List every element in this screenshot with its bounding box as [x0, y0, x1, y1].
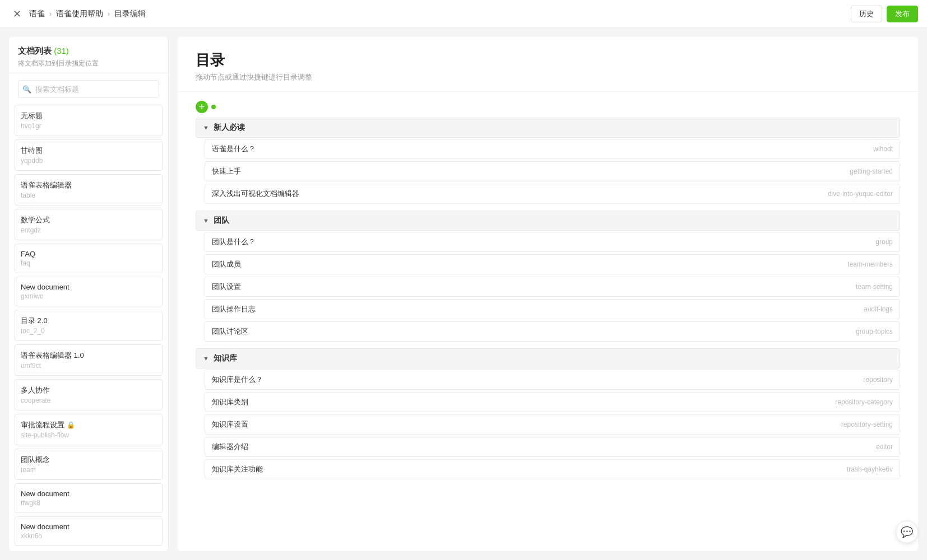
doc-item[interactable]: 多人协作cooperate — [15, 379, 163, 410]
doc-item-title: New document — [21, 522, 156, 531]
breadcrumb-sep-1: › — [49, 10, 52, 18]
breadcrumb-help[interactable]: 语雀使用帮助 — [56, 9, 103, 19]
close-icon: ✕ — [13, 8, 21, 20]
breadcrumb-yuque[interactable]: 语雀 — [29, 9, 45, 19]
chevron-down-icon: ▼ — [203, 217, 209, 224]
doc-item-title: 团队概念 — [21, 455, 156, 465]
toc-group-title: 团队 — [214, 216, 229, 226]
toc-item[interactable]: 知识库类别repository-category — [205, 392, 900, 412]
toc-title: 目录 — [196, 50, 900, 70]
main-layout: 文档列表 (31) 将文档添加到目录指定位置 🔍 无标题hvo1gr甘特图yqp… — [0, 28, 927, 560]
doc-item-slug: xkkn6o — [21, 532, 156, 540]
toc-item-slug: group — [875, 238, 893, 246]
search-icon: 🔍 — [22, 85, 31, 94]
right-panel: 目录 拖动节点或通过快捷键进行目录调整 + ▼新人必读语雀是什么？wihodt快… — [178, 37, 918, 551]
doc-item[interactable]: 目录 2.0toc_2_0 — [15, 310, 163, 341]
toc-item-title: 快速上手 — [212, 166, 241, 176]
toc-item[interactable]: 知识库关注功能trash-qayhke6v — [205, 459, 900, 479]
toc-item[interactable]: 语雀是什么？wihodt — [205, 139, 900, 159]
toc-item-title: 知识库是什么？ — [212, 375, 263, 385]
toc-item-slug: repository-setting — [841, 421, 893, 428]
toc-item-title: 团队讨论区 — [212, 326, 248, 337]
doc-item[interactable]: New documentgxmiwo — [15, 277, 163, 306]
doc-item-title: 语雀表格编辑器 1.0 — [21, 351, 156, 361]
toc-item-slug: wihodt — [873, 145, 893, 153]
doc-item[interactable]: 无标题hvo1gr — [15, 105, 163, 136]
search-box: 🔍 — [18, 80, 159, 98]
toc-item[interactable]: 团队设置team-setting — [205, 277, 900, 297]
doc-item-slug: cooperate — [21, 396, 156, 404]
toc-item-slug: group-topics — [856, 328, 893, 335]
toc-item[interactable]: 快速上手getting-started — [205, 161, 900, 181]
doc-item[interactable]: 数学公式entgdz — [15, 209, 163, 240]
add-toc-button[interactable]: + — [196, 101, 208, 113]
doc-item-slug: table — [21, 192, 156, 199]
toc-item[interactable]: 编辑器介绍editor — [205, 437, 900, 457]
toc-subtitle: 拖动节点或通过快捷键进行目录调整 — [196, 72, 900, 82]
toc-item[interactable]: 知识库设置repository-setting — [205, 414, 900, 435]
toc-item[interactable]: 团队是什么？group — [205, 232, 900, 252]
doc-item-title: 无标题 — [21, 111, 156, 121]
doc-item-title: 审批流程设置🔒 — [21, 420, 156, 430]
doc-item[interactable]: FAQfaq — [15, 244, 163, 273]
search-input[interactable] — [18, 80, 159, 98]
doc-item-slug: yqpddb — [21, 157, 156, 165]
topbar-left: ✕ 语雀 › 语雀使用帮助 › 目录编辑 — [9, 6, 146, 22]
doc-item-slug: toc_2_0 — [21, 327, 156, 335]
toc-header: 目录 拖动节点或通过快捷键进行目录调整 — [178, 37, 918, 92]
publish-button[interactable]: 发布 — [887, 6, 918, 22]
doc-item[interactable]: 语雀表格编辑器table — [15, 174, 163, 206]
topbar-right: 历史 发布 — [851, 6, 918, 22]
breadcrumb-current: 目录编辑 — [114, 9, 146, 19]
doc-item[interactable]: 团队概念team — [15, 449, 163, 480]
toc-item-title: 团队操作日志 — [212, 304, 256, 314]
doc-item[interactable]: New documentxkkn6o — [15, 516, 163, 546]
left-panel-header: 文档列表 (31) 将文档添加到目录指定位置 — [9, 37, 168, 73]
toc-item[interactable]: 团队成员team-members — [205, 254, 900, 274]
toc-item-title: 团队设置 — [212, 282, 241, 292]
toc-item-slug: repository-category — [835, 398, 893, 406]
toc-group: ▼知识库知识库是什么？repository知识库类别repository-cat… — [196, 348, 900, 479]
toc-groups-container: ▼新人必读语雀是什么？wihodt快速上手getting-started深入浅出… — [196, 118, 900, 479]
close-button[interactable]: ✕ — [9, 6, 25, 22]
toc-items: 语雀是什么？wihodt快速上手getting-started深入浅出可视化文档… — [196, 139, 900, 204]
toc-group-header[interactable]: ▼新人必读 — [196, 118, 900, 138]
add-dot — [211, 105, 216, 109]
toc-item[interactable]: 团队讨论区group-topics — [205, 321, 900, 342]
toc-group: ▼团队团队是什么？group团队成员team-members团队设置team-s… — [196, 211, 900, 342]
toc-item-title: 团队成员 — [212, 259, 241, 269]
lock-icon: 🔒 — [67, 421, 75, 429]
doc-item-slug: umf9ct — [21, 362, 156, 370]
doc-item-slug: tfwgk8 — [21, 499, 156, 507]
toc-group-header[interactable]: ▼知识库 — [196, 348, 900, 368]
doc-item[interactable]: New documenttfwgk8 — [15, 483, 163, 513]
doc-item-slug: site-publish-flow — [21, 431, 156, 439]
toc-item-slug: getting-started — [850, 167, 893, 175]
doc-item-title: 语雀表格编辑器 — [21, 180, 156, 190]
left-panel: 文档列表 (31) 将文档添加到目录指定位置 🔍 无标题hvo1gr甘特图yqp… — [9, 37, 169, 551]
toc-content: + ▼新人必读语雀是什么？wihodt快速上手getting-started深入… — [178, 92, 918, 551]
doc-item[interactable]: 语雀表格编辑器 1.0umf9ct — [15, 344, 163, 376]
toc-item-slug: team-members — [847, 260, 893, 268]
toc-item-title: 编辑器介绍 — [212, 442, 248, 452]
feedback-button[interactable]: 💬 — [896, 521, 918, 543]
doc-item-slug: team — [21, 466, 156, 474]
toc-group-header[interactable]: ▼团队 — [196, 211, 900, 231]
topbar: ✕ 语雀 › 语雀使用帮助 › 目录编辑 历史 发布 — [0, 0, 927, 28]
toc-item-slug: repository — [863, 376, 893, 384]
toc-item[interactable]: 团队操作日志audit-logs — [205, 299, 900, 319]
toc-items: 知识库是什么？repository知识库类别repository-categor… — [196, 370, 900, 479]
doc-item[interactable]: 审批流程设置🔒site-publish-flow — [15, 414, 163, 445]
toc-item[interactable]: 知识库是什么？repository — [205, 370, 900, 390]
doc-item-slug: entgdz — [21, 226, 156, 234]
doc-item[interactable]: 甘特图yqpddb — [15, 139, 163, 171]
history-button[interactable]: 历史 — [851, 6, 882, 22]
doc-item-title: New document — [21, 489, 156, 498]
doc-item-title: 数学公式 — [21, 215, 156, 225]
feedback-icon: 💬 — [901, 526, 913, 538]
toc-item-title: 知识库关注功能 — [212, 464, 263, 474]
add-row: + — [196, 101, 900, 113]
toc-group: ▼新人必读语雀是什么？wihodt快速上手getting-started深入浅出… — [196, 118, 900, 204]
toc-item[interactable]: 深入浅出可视化文档编辑器dive-into-yuque-editor — [205, 184, 900, 204]
toc-item-slug: audit-logs — [864, 305, 893, 313]
